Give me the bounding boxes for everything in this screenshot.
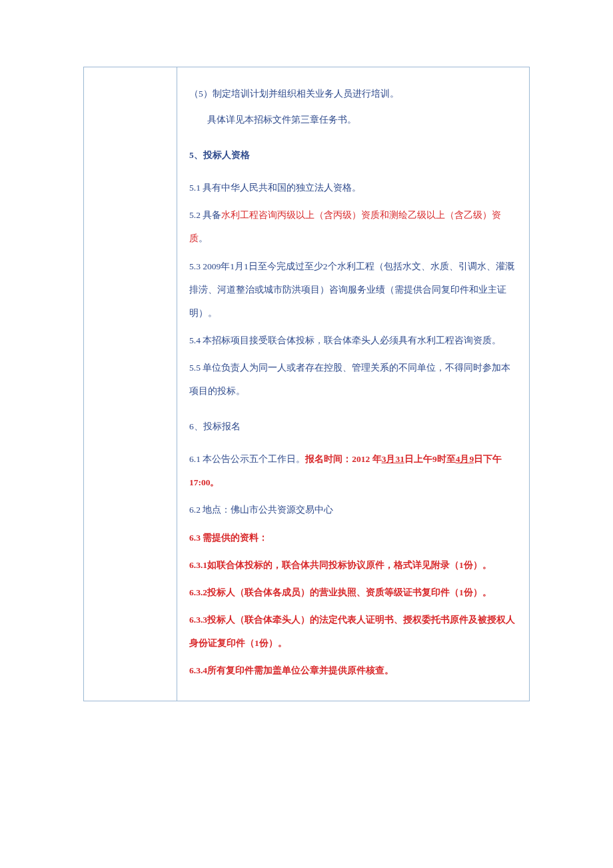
text-5-2-period: 。	[199, 233, 208, 243]
text-5-2-prefix: 5.2 具备	[189, 210, 221, 220]
paragraph-6-2: 6.2 地点：佛山市公共资源交易中心	[189, 498, 517, 521]
text-6-1-prefix: 6.1 本公告公示五个工作日。	[189, 454, 305, 464]
paragraph-5-3: 5.3 2009年1月1日至今完成过至少2个水利工程（包括水文、水质、引调水、灌…	[189, 255, 517, 325]
section-6-heading: 6、投标报名	[189, 415, 517, 438]
text-5-2-qualification: 水利工程咨询丙级以上（含丙级）资质和测绘乙级以上（含乙级）资质	[189, 210, 501, 243]
paragraph-6-1: 6.1 本公告公示五个工作日。报名时间：2012 年3月31日上午9时至4月9日…	[189, 447, 517, 494]
paragraph-5-4: 5.4 本招标项目接受联合体投标，联合体牵头人必须具有水利工程咨询资质。	[189, 329, 517, 352]
text-6-1-date-1: 3月31	[382, 454, 404, 464]
paragraph-5-2: 5.2 具备水利工程咨询丙级以上（含丙级）资质和测绘乙级以上（含乙级）资质。	[189, 203, 517, 250]
text-6-1-signup-2: 日上午9时至	[404, 454, 456, 464]
text-6-1-date-2: 4月9	[456, 454, 474, 464]
paragraph-6-3-3: 6.3.3投标人（联合体牵头人）的法定代表人证明书、授权委托书原件及被授权人身份…	[189, 608, 517, 655]
paragraph-6-3-2: 6.3.2投标人（联合体各成员）的营业执照、资质等级证书复印件（1份）。	[189, 581, 517, 604]
text-6-1-signup-1: 报名时间：2012 年	[305, 454, 381, 464]
page-container: （5）制定培训计划并组织相关业务人员进行培训。 具体详见本招标文件第三章任务书。…	[0, 0, 613, 768]
paragraph-5-1: 5.1 具有中华人民共和国的独立法人资格。	[189, 176, 517, 199]
paragraph-6-3-4: 6.3.4所有复印件需加盖单位公章并提供原件核查。	[189, 659, 517, 682]
paragraph-detail-ref: 具体详见本招标文件第三章任务书。	[189, 108, 517, 131]
paragraph-5-5: 5.5 单位负责人为同一人或者存在控股、管理关系的不同单位，不得同时参加本项目的…	[189, 356, 517, 403]
paragraph-6-3: 6.3 需提供的资料：	[189, 526, 517, 549]
section-5-heading: 5、投标人资格	[189, 143, 517, 167]
paragraph-6-3-1: 6.3.1如联合体投标的，联合体共同投标协议原件，格式详见附录（1份）。	[189, 553, 517, 577]
table-left-column	[84, 67, 177, 701]
table-right-column: （5）制定培训计划并组织相关业务人员进行培训。 具体详见本招标文件第三章任务书。…	[177, 67, 529, 701]
content-table: （5）制定培训计划并组织相关业务人员进行培训。 具体详见本招标文件第三章任务书。…	[83, 67, 530, 701]
paragraph-item-5: （5）制定培训计划并组织相关业务人员进行培训。	[189, 82, 517, 105]
